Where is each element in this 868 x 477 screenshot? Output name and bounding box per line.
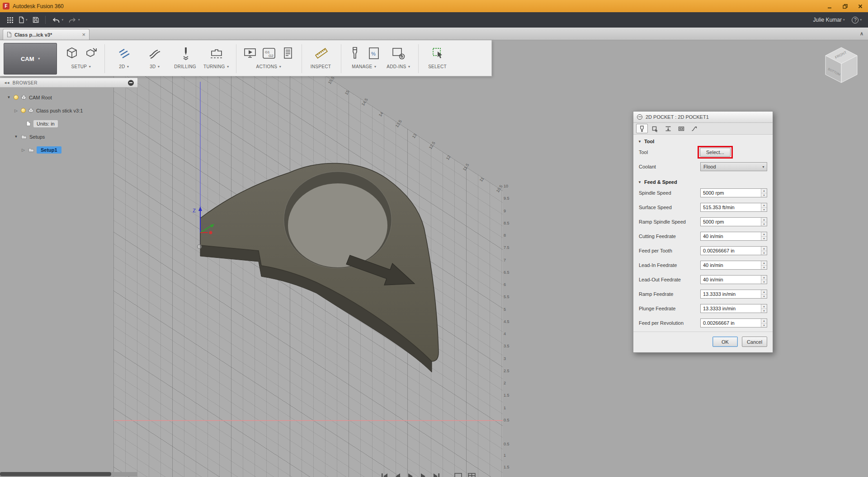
- ribbon-group-manage[interactable]: % MANAGE▼: [346, 43, 382, 75]
- 2d-milling-icon[interactable]: [117, 46, 132, 61]
- ribbon-group-select[interactable]: SELECT: [424, 43, 453, 75]
- add-ins-icon[interactable]: [391, 46, 406, 61]
- tree-item-setup1[interactable]: Setup1: [0, 143, 137, 156]
- ribbon-group-addins[interactable]: ADD-INS▼: [384, 43, 413, 75]
- workspace-switcher[interactable]: CAM: [4, 43, 57, 75]
- user-account-menu[interactable]: Julie Kumar: [813, 17, 845, 23]
- browser-options-icon[interactable]: [128, 80, 134, 86]
- ramp-spindle-speed-input[interactable]: [700, 217, 767, 226]
- spinner-control[interactable]: [761, 189, 767, 197]
- ribbon-group-setup[interactable]: SETUP▼: [63, 43, 99, 75]
- toolbar-collapse-icon[interactable]: [860, 31, 863, 37]
- step-forward-icon[interactable]: [420, 473, 427, 477]
- spin-down-icon[interactable]: [761, 309, 767, 313]
- spinner-control[interactable]: [761, 304, 767, 313]
- browser-header[interactable]: BROWSER: [0, 78, 137, 88]
- file-menu-icon[interactable]: [16, 14, 30, 26]
- measure-icon[interactable]: [314, 46, 329, 61]
- spinner-control[interactable]: [761, 319, 767, 327]
- lead-out-feedrate-input[interactable]: [700, 275, 767, 284]
- spinner-control[interactable]: [761, 290, 767, 298]
- post-process-icon[interactable]: G1 G2: [261, 46, 277, 61]
- spin-down-icon[interactable]: [761, 294, 767, 299]
- ribbon-group-actions[interactable]: G1 G2 ACTIONS▼: [241, 43, 297, 75]
- spinner-control[interactable]: [761, 276, 767, 284]
- spin-down-icon[interactable]: [761, 251, 767, 255]
- feed-per-revolution-input[interactable]: [700, 318, 767, 327]
- spin-down-icon[interactable]: [761, 323, 767, 327]
- simulate-icon[interactable]: [242, 46, 258, 61]
- help-menu[interactable]: [852, 17, 862, 23]
- spin-up-icon[interactable]: [761, 304, 767, 309]
- ribbon-group-3d[interactable]: 3D▼: [141, 43, 170, 75]
- step-back-icon[interactable]: [394, 473, 401, 477]
- passes-tab[interactable]: [675, 124, 687, 133]
- spin-up-icon[interactable]: [761, 232, 767, 236]
- tab-close-icon[interactable]: [82, 32, 85, 37]
- visibility-bulb-icon[interactable]: [14, 95, 19, 100]
- ribbon-group-2d[interactable]: 2D▼: [110, 43, 139, 75]
- tree-item-cam-root[interactable]: CAM Root: [0, 91, 137, 104]
- new-setup-icon[interactable]: [64, 46, 80, 61]
- save-icon[interactable]: [30, 14, 42, 26]
- spin-down-icon[interactable]: [761, 222, 767, 226]
- spin-down-icon[interactable]: [761, 265, 767, 270]
- visibility-bulb-icon[interactable]: [21, 108, 26, 113]
- restore-button[interactable]: [837, 0, 853, 12]
- expand-icon[interactable]: [14, 135, 19, 139]
- spin-up-icon[interactable]: [761, 218, 767, 222]
- close-button[interactable]: [853, 0, 868, 12]
- 3d-milling-icon[interactable]: [147, 46, 163, 61]
- coolant-dropdown[interactable]: Flood: [700, 162, 767, 171]
- heights-tab[interactable]: [662, 124, 674, 133]
- select-icon[interactable]: [430, 46, 446, 61]
- expand-icon[interactable]: [14, 108, 19, 113]
- stock-setup-icon[interactable]: [83, 46, 99, 61]
- cancel-button[interactable]: Cancel: [742, 337, 767, 347]
- grid-settings-icon[interactable]: [467, 472, 476, 477]
- ribbon-group-drilling[interactable]: DRILLING: [171, 43, 200, 75]
- spin-up-icon[interactable]: [761, 247, 767, 251]
- redo-icon[interactable]: [66, 14, 82, 26]
- task-manager-icon[interactable]: %: [366, 46, 382, 61]
- surface-speed-input[interactable]: [700, 203, 767, 212]
- spinner-control[interactable]: [761, 261, 767, 269]
- minimize-button[interactable]: [822, 0, 837, 12]
- app-grid-icon[interactable]: [5, 14, 16, 26]
- spin-down-icon[interactable]: [761, 236, 767, 241]
- spin-up-icon[interactable]: [761, 290, 767, 294]
- ribbon-group-turning[interactable]: TURNING▼: [202, 43, 231, 75]
- spindle-speed-input[interactable]: [700, 188, 767, 197]
- cutting-feedrate-input[interactable]: [700, 232, 767, 241]
- expand-icon[interactable]: [6, 95, 11, 99]
- document-tab[interactable]: Class p...ick v3*: [3, 29, 90, 40]
- spin-up-icon[interactable]: [761, 189, 767, 193]
- lead-in-feedrate-input[interactable]: [700, 261, 767, 270]
- spinner-control[interactable]: [761, 247, 767, 255]
- tool-tab[interactable]: [636, 124, 648, 133]
- view-cube[interactable]: FRONT BOTTOM: [822, 43, 861, 84]
- tool-select-button[interactable]: Select...: [700, 148, 731, 157]
- feed-per-tooth-input[interactable]: [700, 246, 767, 255]
- spin-down-icon[interactable]: [761, 280, 767, 284]
- tool-library-icon[interactable]: [347, 46, 363, 61]
- spin-up-icon[interactable]: [761, 319, 767, 323]
- tool-section-header[interactable]: Tool: [633, 135, 773, 146]
- tree-item-setups[interactable]: Setups: [0, 130, 137, 143]
- display-settings-icon[interactable]: [454, 472, 463, 477]
- expand-icon[interactable]: [21, 148, 26, 152]
- turning-icon[interactable]: [209, 46, 224, 61]
- setup-sheet-icon[interactable]: [280, 46, 296, 61]
- drilling-icon[interactable]: [178, 46, 193, 61]
- tree-item-units[interactable]: Units: in: [0, 117, 137, 130]
- skip-end-icon[interactable]: [432, 473, 440, 477]
- spin-up-icon[interactable]: [761, 261, 767, 265]
- plunge-feedrate-input[interactable]: [700, 304, 767, 313]
- spinner-control[interactable]: [761, 232, 767, 240]
- ramp-feedrate-input[interactable]: [700, 290, 767, 299]
- geometry-tab[interactable]: [649, 124, 661, 133]
- undo-icon[interactable]: [49, 14, 66, 26]
- collapse-panel-icon[interactable]: [4, 81, 9, 85]
- spinner-control[interactable]: [761, 203, 767, 211]
- dialog-title-bar[interactable]: 2D POCKET : 2D POCKET1: [633, 112, 773, 123]
